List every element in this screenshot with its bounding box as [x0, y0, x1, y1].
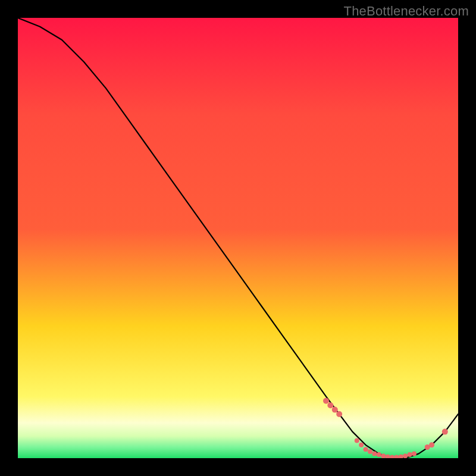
highlight-dot — [403, 453, 408, 458]
highlight-dot — [327, 402, 333, 408]
highlight-dot — [336, 411, 342, 417]
highlight-dot — [377, 452, 381, 457]
gradient-background — [18, 18, 458, 458]
highlight-dot — [429, 442, 434, 447]
highlight-dot — [372, 452, 377, 456]
chart-frame: TheBottlenecker.com — [0, 0, 476, 476]
watermark-text: TheBottlenecker.com — [344, 4, 469, 19]
highlight-dot — [323, 398, 329, 404]
highlight-dot — [364, 447, 368, 452]
highlight-dot — [442, 429, 448, 435]
highlight-dot — [332, 407, 338, 413]
bottleneck-chart — [18, 18, 458, 458]
highlight-dot — [381, 453, 386, 458]
highlight-dot — [408, 452, 412, 457]
highlight-dot — [359, 443, 364, 447]
highlight-dot — [355, 438, 359, 443]
highlight-dot — [368, 449, 372, 454]
highlight-dot — [412, 452, 416, 456]
